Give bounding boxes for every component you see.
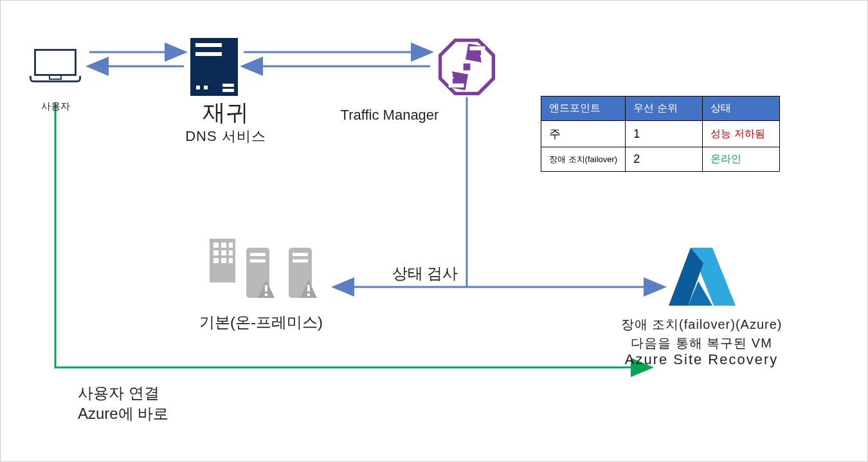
svg-rect-28 bbox=[307, 293, 310, 296]
user-label: 사용자 bbox=[33, 100, 78, 113]
svg-rect-26 bbox=[265, 293, 267, 296]
azure-recovered-vm-label: 다음을 통해 복구된 VM bbox=[611, 335, 791, 352]
th-status: 상태 bbox=[703, 97, 780, 121]
user-icon bbox=[30, 49, 81, 88]
onprem-site-icon bbox=[200, 234, 335, 306]
row2-priority: 2 bbox=[626, 147, 703, 172]
row1-priority: 1 bbox=[626, 121, 703, 147]
azure-icon bbox=[666, 244, 737, 308]
table-row: 장애 조치(failover) 2 온라인 bbox=[541, 147, 780, 172]
svg-rect-24 bbox=[293, 259, 308, 263]
traffic-manager-label: Traffic Manager bbox=[325, 107, 454, 124]
svg-rect-27 bbox=[307, 285, 310, 291]
dns-title-label: 재귀 bbox=[161, 97, 290, 129]
dns-subtitle-label: DNS 서비스 bbox=[174, 127, 277, 146]
row2-endpoint: 장애 조치(failover) bbox=[541, 147, 626, 172]
traffic-manager-icon bbox=[438, 38, 496, 96]
svg-rect-14 bbox=[221, 250, 226, 255]
th-priority: 우선 순위 bbox=[626, 97, 703, 121]
svg-rect-21 bbox=[250, 259, 266, 263]
onprem-label: 기본(온-프레미스) bbox=[177, 312, 345, 333]
dns-server-icon bbox=[190, 38, 238, 96]
svg-rect-11 bbox=[221, 243, 226, 248]
svg-rect-17 bbox=[221, 258, 226, 263]
th-endpoint: 엔드포인트 bbox=[541, 97, 626, 121]
svg-rect-10 bbox=[213, 243, 219, 248]
row1-status: 성능 저하됨 bbox=[703, 121, 780, 147]
svg-rect-25 bbox=[265, 285, 267, 291]
svg-rect-13 bbox=[213, 250, 219, 255]
svg-rect-15 bbox=[229, 250, 233, 255]
azure-failover-label: 장애 조치(failover)(Azure) bbox=[611, 316, 791, 333]
user-connection-label-2: Azure에 바로 bbox=[78, 403, 206, 424]
svg-rect-12 bbox=[229, 243, 233, 248]
endpoint-priority-table: 엔드포인트 우선 순위 상태 주 1 성능 저하됨 장애 조치(failover… bbox=[541, 96, 780, 172]
svg-rect-23 bbox=[293, 253, 308, 256]
health-check-label: 상태 검사 bbox=[367, 263, 483, 284]
row1-endpoint: 주 bbox=[541, 121, 626, 147]
row2-status: 온라인 bbox=[703, 147, 780, 172]
svg-rect-18 bbox=[229, 258, 233, 263]
svg-rect-20 bbox=[250, 253, 266, 256]
azure-site-recovery-label: Azure Site Recovery bbox=[611, 351, 791, 368]
user-connection-label-1: 사용자 연결 bbox=[78, 383, 206, 403]
svg-rect-16 bbox=[213, 258, 219, 263]
table-row: 주 1 성능 저하됨 bbox=[541, 121, 780, 147]
architecture-diagram: 사용자 재귀 DNS 서비스 Traffic Manager bbox=[1, 1, 867, 461]
